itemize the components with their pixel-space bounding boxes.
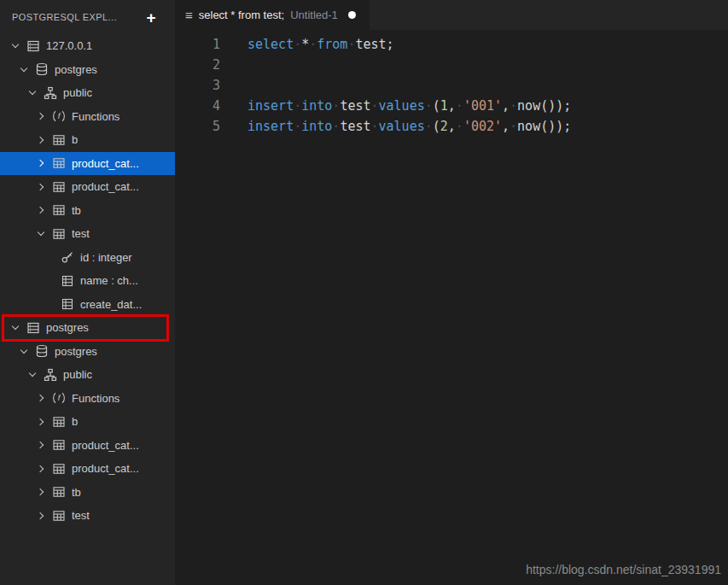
- column-icon: [58, 293, 77, 317]
- chevron-right-icon[interactable]: [32, 128, 50, 152]
- chevron-down-icon[interactable]: [15, 58, 32, 82]
- chevron-spacer: [41, 293, 58, 317]
- chevron-right-icon[interactable]: [32, 504, 50, 528]
- tree-item-label: b: [72, 415, 78, 428]
- tree-item-test[interactable]: test: [0, 222, 175, 246]
- table-icon: [50, 222, 68, 246]
- tree-item-postgres[interactable]: postgres: [0, 316, 175, 340]
- tree-item-public[interactable]: public: [0, 363, 175, 387]
- column-icon: [58, 269, 77, 293]
- tree-item-label: b: [72, 133, 78, 146]
- server-icon: [24, 34, 43, 58]
- key-icon: [58, 246, 77, 270]
- tab-subtitle: Untitled-1: [290, 9, 338, 21]
- tree-item-product-cat[interactable]: product_cat...: [0, 175, 175, 199]
- tree-item-label: postgres: [46, 321, 89, 334]
- code-text: insert·into·test·values·(1,·'001',·now()…: [220, 96, 571, 116]
- tree-item-b[interactable]: b: [0, 128, 175, 152]
- tree-item-label: public: [63, 368, 92, 381]
- chevron-right-icon[interactable]: [32, 152, 50, 176]
- chevron-down-icon[interactable]: [24, 363, 41, 387]
- tree-item-tb[interactable]: tb: [0, 199, 175, 223]
- tree-item-label: tb: [72, 204, 81, 217]
- tab-title: select * from test;: [199, 9, 284, 21]
- table-icon: [50, 457, 68, 481]
- modified-indicator-dot[interactable]: [348, 11, 356, 19]
- code-line[interactable]: 1select·*·from·test;: [175, 34, 728, 55]
- table-icon: [50, 504, 68, 528]
- function-icon: f: [50, 387, 68, 411]
- chevron-right-icon[interactable]: [32, 175, 50, 199]
- code-line[interactable]: 5insert·into·test·values·(2,·'002',·now(…: [175, 116, 728, 137]
- code-line[interactable]: 3: [175, 75, 728, 96]
- chevron-spacer: [41, 269, 58, 293]
- code-text: [220, 75, 248, 96]
- tree-item-public[interactable]: public: [0, 81, 175, 105]
- chevron-right-icon[interactable]: [32, 199, 50, 223]
- tree-item-product-cat[interactable]: product_cat...: [0, 152, 175, 176]
- tree-item-b[interactable]: b: [0, 410, 175, 434]
- line-number: 2: [175, 55, 220, 75]
- chevron-right-icon[interactable]: [32, 481, 50, 505]
- sidebar-title: POSTGRESQL EXPL...: [12, 12, 147, 22]
- chevron-down-icon[interactable]: [7, 34, 24, 58]
- line-number: 1: [175, 34, 220, 55]
- code-area[interactable]: 1select·*·from·test;234insert·into·test·…: [175, 30, 728, 137]
- tree-item-label: postgres: [55, 63, 97, 76]
- chevron-down-icon[interactable]: [32, 222, 50, 246]
- chevron-spacer: [41, 246, 58, 270]
- tree-item-product-cat[interactable]: product_cat...: [0, 457, 175, 481]
- tree-item-name-ch[interactable]: name : ch...: [0, 269, 175, 293]
- table-icon: [50, 481, 68, 505]
- schema-icon: [41, 81, 60, 105]
- watermark-url: https://blog.csdn.net/sinat_23931991: [526, 563, 721, 576]
- code-line[interactable]: 4insert·into·test·values·(1,·'001',·now(…: [175, 96, 728, 116]
- chevron-down-icon[interactable]: [15, 340, 32, 364]
- tree-item-functions[interactable]: fFunctions: [0, 387, 175, 411]
- line-number: 3: [175, 75, 220, 96]
- tree-item-label: Functions: [72, 392, 119, 405]
- tree-item-test[interactable]: test: [0, 504, 175, 528]
- chevron-right-icon[interactable]: [32, 434, 50, 458]
- tree-item-tb[interactable]: tb: [0, 481, 175, 505]
- tree-item-postgres[interactable]: postgres: [0, 340, 175, 364]
- tree-item-create-dat[interactable]: create_dat...: [0, 293, 175, 317]
- code-text: insert·into·test·values·(2,·'002',·now()…: [220, 116, 571, 137]
- tree-item-id-integer[interactable]: id : integer: [0, 246, 175, 270]
- table-icon: [50, 410, 68, 434]
- code-text: select·*·from·test;: [220, 34, 394, 55]
- svg-text:f: f: [58, 111, 61, 120]
- tree-item-label: test: [72, 509, 90, 522]
- code-line[interactable]: 2: [175, 55, 728, 75]
- file-icon: ≡: [185, 9, 193, 21]
- tab-untitled-1[interactable]: ≡ select * from test; Untitled-1: [175, 0, 370, 30]
- table-icon: [50, 434, 68, 458]
- chevron-right-icon[interactable]: [32, 457, 50, 481]
- tree-item-label: product_cat...: [72, 180, 139, 193]
- chevron-down-icon[interactable]: [24, 81, 41, 105]
- tree-item-product-cat[interactable]: product_cat...: [0, 434, 175, 458]
- tree-item-label: tb: [72, 486, 81, 499]
- chevron-right-icon[interactable]: [32, 410, 50, 434]
- server-icon: [24, 316, 43, 340]
- chevron-right-icon[interactable]: [32, 105, 50, 129]
- tree-item-postgres[interactable]: postgres: [0, 58, 175, 82]
- chevron-right-icon[interactable]: [32, 387, 50, 411]
- tree-item-label: create_dat...: [80, 298, 142, 311]
- table-icon: [50, 152, 68, 176]
- schema-icon: [41, 363, 60, 387]
- tree-item-label: Functions: [72, 110, 119, 123]
- tab-bar: ≡ select * from test; Untitled-1: [175, 0, 728, 30]
- tree-item-label: public: [63, 86, 92, 99]
- tree-item-label: product_cat...: [72, 462, 139, 475]
- tree-item-label: postgres: [55, 345, 97, 358]
- tree-item-label: id : integer: [80, 251, 132, 264]
- tree-item-127-0-0-1[interactable]: 127.0.0.1: [0, 34, 175, 58]
- tree-item-functions[interactable]: fFunctions: [0, 105, 175, 129]
- add-connection-button[interactable]: +: [147, 9, 157, 26]
- database-icon: [32, 340, 51, 364]
- chevron-down-icon[interactable]: [7, 316, 24, 340]
- line-number: 5: [175, 116, 220, 137]
- line-number: 4: [175, 96, 220, 116]
- database-icon: [32, 58, 51, 82]
